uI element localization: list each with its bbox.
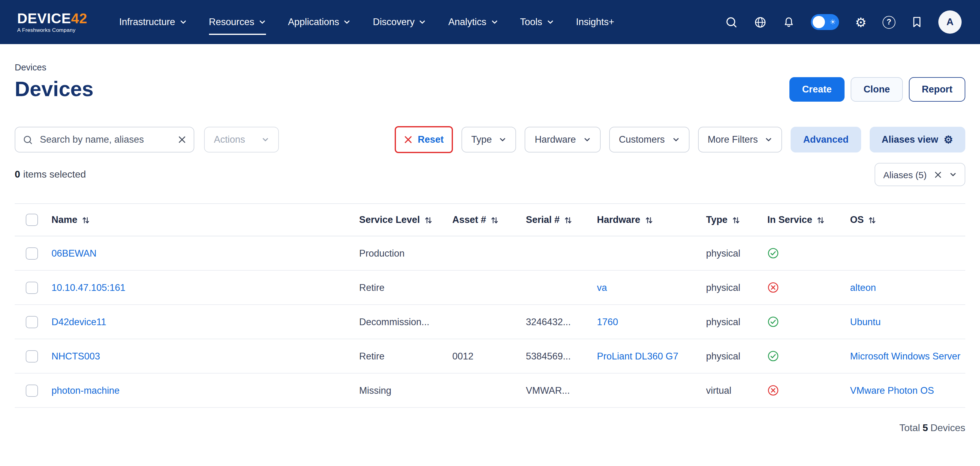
aliases-view-button[interactable]: Aliases view ⚙ xyxy=(869,127,965,152)
devices-table-body: 06BEWANProductionphysical10.10.47.105:16… xyxy=(15,236,965,407)
filter-label: More Filters xyxy=(708,134,758,145)
row-checkbox[interactable] xyxy=(26,350,38,362)
nav-item-discovery[interactable]: Discovery xyxy=(373,14,426,30)
sort-icon[interactable] xyxy=(644,215,653,224)
nav-item-resources[interactable]: Resources xyxy=(209,14,266,30)
avatar[interactable]: A xyxy=(938,10,962,34)
selection-row: 0items selected Aliases (5) xyxy=(15,163,965,186)
nav-item-label: Infrastructure xyxy=(119,16,175,27)
select-all-checkbox[interactable] xyxy=(26,214,38,226)
column-header-label: Type xyxy=(706,214,727,225)
column-header-os[interactable]: OS xyxy=(850,204,965,236)
sort-icon[interactable] xyxy=(868,215,877,224)
chip-chevron-down-icon[interactable] xyxy=(949,171,957,178)
serial-number-value: 5384569... xyxy=(526,350,571,361)
aliases-chip-label: Aliases (5) xyxy=(883,169,927,180)
nav-item-applications[interactable]: Applications xyxy=(288,14,351,30)
table-row: D42device11Decommission...3246432...1760… xyxy=(15,304,965,339)
filter-more-filters-dropdown[interactable]: More Filters xyxy=(698,127,782,152)
chevron-down-icon xyxy=(499,136,506,143)
column-header-name[interactable]: Name xyxy=(51,204,359,236)
os-link[interactable]: Microsoft Windows Server xyxy=(850,350,960,361)
chevron-down-icon xyxy=(672,136,679,143)
table-row: 06BEWANProductionphysical xyxy=(15,236,965,270)
nav-item-infrastructure[interactable]: Infrastructure xyxy=(119,14,187,30)
bookmark-icon[interactable] xyxy=(912,16,923,28)
hardware-link[interactable]: va xyxy=(597,282,607,292)
device-name-link[interactable]: photon-machine xyxy=(51,385,119,395)
in-service-icon xyxy=(767,316,779,328)
globe-icon[interactable] xyxy=(754,16,767,29)
os-link[interactable]: VMware Photon OS xyxy=(850,385,934,395)
filter-label: Hardware xyxy=(535,134,576,145)
actions-dropdown[interactable]: Actions xyxy=(204,127,279,152)
device-name-link[interactable]: 10.10.47.105:161 xyxy=(51,282,125,292)
os-link[interactable]: alteon xyxy=(850,282,876,292)
row-checkbox[interactable] xyxy=(26,247,38,259)
device-name-link[interactable]: NHCTS003 xyxy=(51,350,100,361)
sort-icon[interactable] xyxy=(817,215,825,224)
advanced-button[interactable]: Advanced xyxy=(791,127,861,152)
settings-icon[interactable]: ⚙ xyxy=(855,16,867,29)
chip-remove-icon[interactable] xyxy=(934,171,942,179)
device42-app: DEVICE42 A Freshworks Company Infrastruc… xyxy=(0,0,980,466)
service-level-value: Production xyxy=(359,248,404,258)
nav-item-analytics[interactable]: Analytics xyxy=(448,14,498,30)
notifications-icon[interactable] xyxy=(783,16,795,29)
nav-item-tools[interactable]: Tools xyxy=(520,14,554,30)
help-icon[interactable]: ? xyxy=(883,16,896,29)
logo-subtitle: A Freshworks Company xyxy=(17,27,88,32)
reset-button[interactable]: Reset xyxy=(418,134,444,145)
search-input-icon xyxy=(23,135,33,145)
row-checkbox[interactable] xyxy=(26,384,38,396)
search-input[interactable] xyxy=(38,133,172,146)
device-type-value: physical xyxy=(706,248,740,258)
report-button[interactable]: Report xyxy=(909,77,965,101)
selected-count: 0 xyxy=(15,169,20,179)
sort-icon[interactable] xyxy=(564,215,573,224)
clone-button[interactable]: Clone xyxy=(851,77,903,101)
column-header-serial-[interactable]: Serial # xyxy=(526,204,597,236)
page-title: Devices xyxy=(15,78,94,101)
column-header-hardware[interactable]: Hardware xyxy=(597,204,706,236)
device42-logo[interactable]: DEVICE42 A Freshworks Company xyxy=(17,11,88,32)
chevron-down-icon xyxy=(259,18,266,26)
selected-label: items selected xyxy=(23,169,86,179)
items-selected-text: 0items selected xyxy=(15,169,86,180)
serial-number-value: 3246432... xyxy=(526,316,571,327)
navbar-icons: ☀ ⚙ ? A xyxy=(725,10,962,34)
hardware-link[interactable]: 1760 xyxy=(597,316,618,327)
column-header-in-service[interactable]: In Service xyxy=(767,204,850,236)
column-header-type[interactable]: Type xyxy=(706,204,767,236)
reset-x-icon xyxy=(404,135,412,144)
sort-icon[interactable] xyxy=(424,215,433,224)
theme-toggle[interactable]: ☀ xyxy=(811,14,839,30)
row-checkbox[interactable] xyxy=(26,281,38,293)
clear-search-icon[interactable] xyxy=(178,135,186,144)
sort-icon[interactable] xyxy=(732,215,740,224)
column-header-label: OS xyxy=(850,214,864,225)
chevron-down-icon xyxy=(765,136,773,143)
filter-hardware-dropdown[interactable]: Hardware xyxy=(525,127,600,152)
column-header-asset-[interactable]: Asset # xyxy=(452,204,526,236)
os-link[interactable]: Ubuntu xyxy=(850,316,881,327)
device-name-link[interactable]: D42device11 xyxy=(51,316,107,327)
toggle-knob xyxy=(813,16,825,28)
sort-icon[interactable] xyxy=(490,215,499,224)
header-buttons: Create Clone Report xyxy=(789,77,965,101)
nav-item-insightsplus[interactable]: Insights+ xyxy=(576,14,614,30)
search-icon[interactable] xyxy=(725,16,738,29)
filter-customers-dropdown[interactable]: Customers xyxy=(609,127,689,152)
row-checkbox[interactable] xyxy=(26,315,38,328)
filter-type-dropdown[interactable]: Type xyxy=(461,127,516,152)
sort-icon[interactable] xyxy=(81,215,90,224)
aliases-filter-chip[interactable]: Aliases (5) xyxy=(875,163,965,186)
breadcrumb[interactable]: Devices xyxy=(15,62,965,72)
column-header-service-level[interactable]: Service Level xyxy=(359,204,452,236)
create-button[interactable]: Create xyxy=(789,77,845,101)
device-name-link[interactable]: 06BEWAN xyxy=(51,248,97,258)
hardware-link[interactable]: ProLiant DL360 G7 xyxy=(597,350,678,361)
nav-item-label: Discovery xyxy=(373,16,415,27)
device-type-value: physical xyxy=(706,316,740,327)
chevron-down-icon xyxy=(344,18,351,26)
